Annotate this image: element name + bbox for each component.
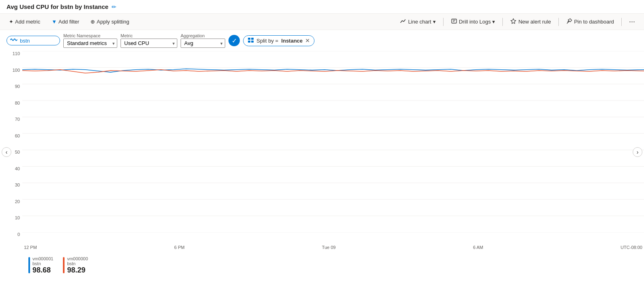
chart-nav-left[interactable]: ‹ — [2, 147, 11, 157]
legend-info-0: vm000001 bstn 98.68 — [32, 256, 53, 275]
svg-rect-7 — [251, 41, 254, 43]
separator1 — [443, 18, 444, 26]
apply-splitting-icon: ⊕ — [90, 19, 95, 25]
y-label-20: 20 — [15, 199, 20, 204]
svg-rect-5 — [251, 38, 254, 40]
metric-namespace-field: Metric Namespace Standard metrics — [63, 33, 117, 48]
new-alert-rule-label: New alert rule — [518, 19, 551, 25]
split-label: Split by = — [256, 38, 278, 44]
metric-label: Metric — [121, 33, 177, 38]
more-options-button[interactable]: ··· — [627, 17, 638, 27]
legend-value-1: 98.29 — [67, 266, 88, 275]
y-label-0: 0 — [17, 232, 20, 237]
legend-series-0: vm000001 — [32, 256, 53, 261]
line-chart-icon — [400, 18, 407, 26]
metric-namespace-select-wrapper[interactable]: Standard metrics — [63, 39, 117, 48]
edit-icon[interactable]: ✏ — [112, 4, 116, 10]
split-value: Instance — [281, 38, 303, 44]
line-chart-label: Line chart — [408, 19, 431, 25]
toolbar: ✦ Add metric ▼ Add filter ⊕ Apply splitt… — [0, 14, 644, 30]
metric-select[interactable]: Used CPU — [121, 39, 177, 48]
legend-color-bar-0 — [28, 257, 30, 273]
split-badge-text: Split by = Instance — [256, 38, 303, 44]
legend-scope-1: bstn — [67, 261, 88, 266]
y-label-60: 60 — [15, 133, 20, 138]
svg-line-3 — [567, 22, 568, 24]
split-icon — [248, 37, 254, 45]
drill-chevron: ▾ — [492, 19, 495, 25]
drill-into-logs-button[interactable]: Drill into Logs ▾ — [448, 16, 498, 27]
legend-item-1: vm000000 bstn 98.29 — [63, 256, 88, 275]
apply-splitting-button[interactable]: ⊕ Apply splitting — [88, 17, 131, 26]
aggregation-field: Aggregation Avg — [181, 33, 225, 48]
chart-svg — [22, 51, 644, 233]
aggregation-select-wrapper[interactable]: Avg — [181, 39, 225, 48]
metric-field: Metric Used CPU — [121, 33, 177, 48]
x-label-6am: 6 AM — [473, 245, 483, 250]
title-bar: Avg Used CPU for bstn by Instance ✏ — [0, 0, 644, 14]
legend-info-1: vm000000 bstn 98.29 — [67, 256, 88, 275]
query-bar: Metric Namespace Standard metrics Metric… — [0, 30, 644, 51]
y-label-50: 50 — [15, 150, 20, 154]
pin-to-dashboard-label: Pin to dashboard — [574, 19, 614, 25]
chart-wrapper: ‹ › 110 100 90 80 70 60 50 40 30 20 10 0 — [0, 51, 644, 253]
y-label-90: 90 — [15, 84, 20, 89]
svg-rect-0 — [452, 19, 457, 23]
separator4 — [621, 18, 622, 26]
add-filter-icon: ▼ — [52, 19, 57, 25]
alert-icon — [510, 18, 517, 26]
x-axis: 12 PM 6 PM Tue 09 6 AM UTC-08:00 — [22, 245, 644, 250]
x-label-12pm: 12 PM — [24, 245, 37, 250]
svg-rect-4 — [248, 38, 250, 40]
new-alert-rule-button[interactable]: New alert rule — [508, 16, 553, 27]
legend-area: vm000001 bstn 98.68 vm000000 bstn 98.29 — [0, 253, 644, 279]
y-label-40: 40 — [15, 166, 20, 171]
drill-into-logs-label: Drill into Logs — [459, 19, 491, 25]
legend-scope-0: bstn — [32, 261, 53, 266]
line-chart-chevron: ▾ — [433, 19, 436, 25]
aggregation-select[interactable]: Avg — [181, 39, 225, 48]
y-label-30: 30 — [15, 182, 20, 187]
line-chart-button[interactable]: Line chart ▾ — [398, 16, 438, 27]
y-label-80: 80 — [15, 101, 20, 105]
y-label-70: 70 — [15, 117, 20, 122]
split-close-button[interactable]: ✕ — [305, 37, 310, 44]
aggregation-label: Aggregation — [181, 33, 225, 38]
split-badge[interactable]: Split by = Instance ✕ — [243, 35, 314, 46]
pin-icon — [566, 18, 573, 26]
metric-namespace-select[interactable]: Standard metrics — [63, 39, 117, 48]
metric-select-wrapper[interactable]: Used CPU — [121, 39, 177, 48]
legend-item-0: vm000001 bstn 98.68 — [28, 256, 53, 275]
x-label-tz: UTC-08:00 — [620, 245, 642, 250]
y-label-10: 10 — [15, 215, 20, 220]
legend-series-1: vm000000 — [67, 256, 88, 261]
legend-color-bar-1 — [63, 257, 65, 273]
scope-wavy-icon — [10, 37, 17, 44]
toolbar-right: Line chart ▾ Drill into Logs ▾ New ale — [398, 16, 638, 27]
add-metric-label: Add metric — [15, 19, 40, 25]
scope-pill[interactable] — [6, 36, 60, 45]
legend-value-0: 98.68 — [32, 266, 53, 275]
add-filter-label: Add filter — [58, 19, 79, 25]
drill-logs-icon — [451, 18, 457, 26]
scope-input[interactable] — [20, 38, 56, 44]
add-metric-icon: ✦ — [9, 19, 13, 25]
main-content: ‹ › 110 100 90 80 70 60 50 40 30 20 10 0 — [0, 51, 644, 279]
x-label-6pm: 6 PM — [174, 245, 185, 250]
svg-rect-6 — [248, 41, 250, 43]
apply-button[interactable]: ✓ — [228, 35, 240, 46]
x-label-tue09: Tue 09 — [322, 245, 336, 250]
chart-nav-right[interactable]: › — [633, 147, 642, 157]
y-label-110: 110 — [13, 51, 20, 56]
y-axis: 110 100 90 80 70 60 50 40 30 20 10 0 — [0, 51, 22, 237]
add-filter-button[interactable]: ▼ Add filter — [49, 17, 82, 26]
add-metric-button[interactable]: ✦ Add metric — [6, 17, 43, 26]
separator2 — [502, 18, 503, 26]
chart-svg-container — [22, 51, 644, 233]
separator3 — [558, 18, 559, 26]
pin-to-dashboard-button[interactable]: Pin to dashboard — [564, 16, 616, 27]
metric-namespace-label: Metric Namespace — [63, 33, 117, 38]
apply-splitting-label: Apply splitting — [97, 19, 129, 25]
y-label-100: 100 — [13, 68, 20, 73]
page-title: Avg Used CPU for bstn by Instance — [6, 3, 108, 10]
